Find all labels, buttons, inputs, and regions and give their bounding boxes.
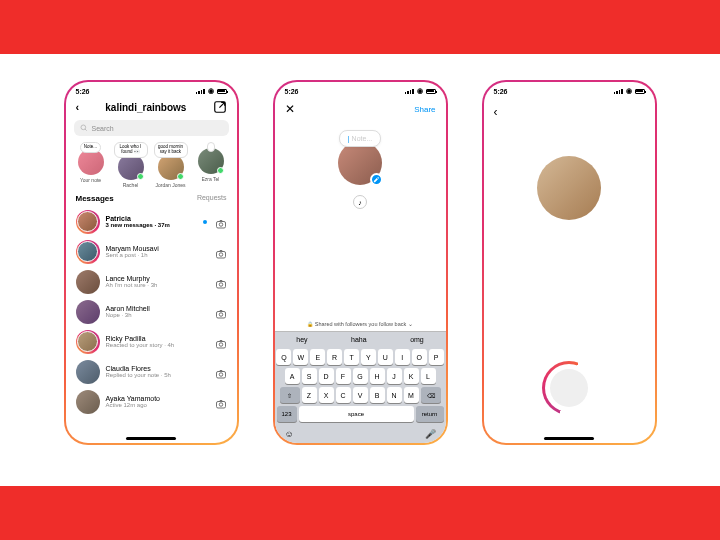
key[interactable]: L (421, 368, 436, 384)
key[interactable]: Y (361, 349, 376, 365)
inbox-header: ‹ kalindi_rainbows (66, 96, 237, 118)
key[interactable]: G (353, 368, 368, 384)
messages-heading: Messages (76, 194, 114, 203)
camera-icon[interactable] (215, 246, 227, 258)
key-shift[interactable]: ⇧ (280, 387, 300, 403)
share-button[interactable]: Share (414, 105, 435, 114)
key[interactable]: C (336, 387, 351, 403)
key[interactable]: D (319, 368, 334, 384)
message-thread[interactable]: Lance Murphy Ah I'm not sure · 3h (66, 267, 237, 297)
note-item[interactable]: Ezra Tel (194, 142, 228, 188)
thread-avatar (76, 300, 100, 324)
key[interactable]: B (370, 387, 385, 403)
key[interactable]: P (429, 349, 444, 365)
key-delete[interactable]: ⌫ (421, 387, 441, 403)
key[interactable]: Q (276, 349, 291, 365)
key[interactable]: K (404, 368, 419, 384)
message-thread[interactable]: Maryam Mousavi Sent a post · 1h (66, 237, 237, 267)
svg-point-11 (219, 343, 223, 347)
key[interactable]: W (293, 349, 308, 365)
home-indicator[interactable] (544, 437, 594, 440)
key[interactable]: M (404, 387, 419, 403)
key[interactable]: R (327, 349, 342, 365)
search-placeholder: Search (92, 125, 114, 132)
key-return[interactable]: return (416, 406, 444, 422)
note-item[interactable]: good mornin say it back Jordan Jones (154, 142, 188, 188)
back-button[interactable]: ‹ (494, 105, 498, 119)
thread-avatar (76, 390, 100, 414)
message-thread[interactable]: Claudia Flores Replied to your note · 5h (66, 357, 237, 387)
key[interactable]: O (412, 349, 427, 365)
mic-button[interactable]: 🎤 (425, 429, 436, 439)
note-bubble (207, 142, 215, 152)
username-title[interactable]: kalindi_rainbows (105, 102, 186, 113)
phone-video-note: 5:26 ◉ ‹ (482, 80, 657, 445)
note-bubble: Look who I found 👀 (114, 142, 148, 158)
message-thread[interactable]: Ayaka Yamamoto Active 12m ago (66, 387, 237, 417)
key[interactable]: V (353, 387, 368, 403)
audience-selector[interactable]: Shared with followers you follow back ⌄ (275, 317, 446, 331)
key[interactable]: X (319, 387, 334, 403)
note-name: Ezra Tel (202, 176, 220, 182)
message-list[interactable]: Patricia 3 new messages · 37m Maryam Mou… (66, 207, 237, 435)
camera-icon[interactable] (215, 396, 227, 408)
key[interactable]: U (378, 349, 393, 365)
svg-point-9 (219, 313, 223, 317)
note-item[interactable]: Note... Your note (74, 142, 108, 188)
back-button[interactable]: ‹ (76, 101, 80, 113)
key[interactable]: H (370, 368, 385, 384)
key[interactable]: T (344, 349, 359, 365)
presence-dot (137, 173, 144, 180)
compose-button[interactable] (213, 100, 227, 114)
music-button[interactable]: ♪ (353, 195, 367, 209)
record-button[interactable] (542, 361, 596, 415)
svg-point-15 (219, 403, 223, 407)
status-time: 5:26 (285, 88, 299, 95)
thread-text: Claudia Flores Replied to your note · 5h (106, 365, 209, 378)
key-123[interactable]: 123 (277, 406, 297, 422)
camera-icon[interactable] (215, 366, 227, 378)
keyboard-suggestions: heyhahaomg (275, 331, 446, 347)
close-button[interactable]: ✕ (285, 102, 295, 116)
message-thread[interactable]: Ricky Padilla Reacted to your story · 4h (66, 327, 237, 357)
home-indicator[interactable] (126, 437, 176, 440)
search-input[interactable]: Search (74, 120, 229, 136)
key-space[interactable]: space (299, 406, 414, 422)
thread-name: Aaron Mitchell (106, 305, 209, 312)
key[interactable]: N (387, 387, 402, 403)
key[interactable]: I (395, 349, 410, 365)
key[interactable]: F (336, 368, 351, 384)
message-thread[interactable]: Aaron Mitchell Nope · 3h (66, 297, 237, 327)
status-indicators: ◉ (405, 87, 436, 95)
camera-icon[interactable] (215, 216, 227, 228)
unread-dot (203, 220, 207, 224)
camera-icon[interactable] (215, 336, 227, 348)
key[interactable]: E (310, 349, 325, 365)
thread-name: Ayaka Yamamoto (106, 395, 209, 402)
suggestion[interactable]: hey (296, 336, 307, 343)
emoji-button[interactable]: ☺ (285, 429, 294, 439)
status-bar: 5:26 ◉ (66, 82, 237, 96)
note-item[interactable]: Look who I found 👀 Rachel (114, 142, 148, 188)
suggestion[interactable]: haha (351, 336, 367, 343)
key[interactable]: A (285, 368, 300, 384)
frame-bottom-bar (0, 486, 720, 540)
phone-dm-inbox: 5:26 ◉ ‹ kalindi_rainbows Se (64, 80, 239, 445)
note-input[interactable]: Note... (339, 130, 381, 147)
key[interactable]: Z (302, 387, 317, 403)
presence-dot (217, 167, 224, 174)
requests-link[interactable]: Requests (197, 194, 227, 203)
key[interactable]: S (302, 368, 317, 384)
thread-name: Lance Murphy (106, 275, 209, 282)
thread-subtitle: Ah I'm not sure · 3h (106, 282, 209, 288)
note-name: Rachel (123, 182, 139, 188)
thread-name: Claudia Flores (106, 365, 209, 372)
key[interactable]: J (387, 368, 402, 384)
suggestion[interactable]: omg (410, 336, 424, 343)
message-thread[interactable]: Patricia 3 new messages · 37m (66, 207, 237, 237)
notes-row[interactable]: Note... Your noteLook who I found 👀 Rach… (66, 142, 237, 194)
status-time: 5:26 (76, 88, 90, 95)
record-body (484, 126, 655, 435)
camera-icon[interactable] (215, 276, 227, 288)
camera-icon[interactable] (215, 306, 227, 318)
